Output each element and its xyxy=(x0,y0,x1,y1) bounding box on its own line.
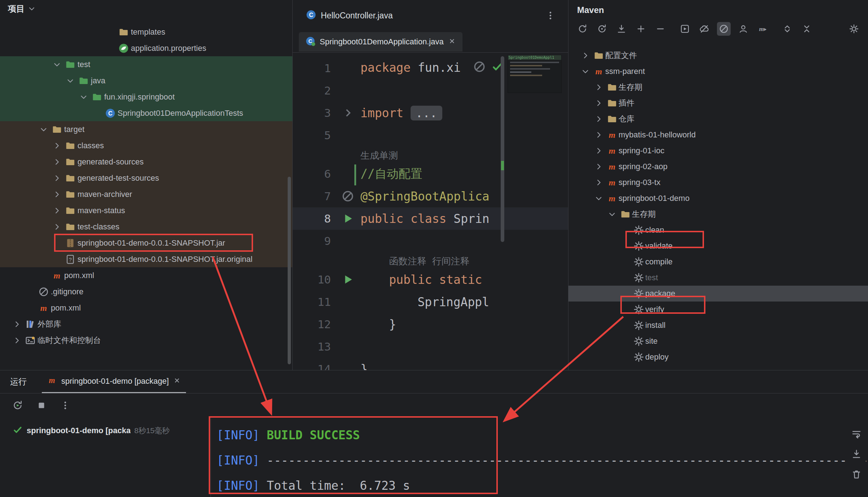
chevron-down-icon[interactable] xyxy=(27,4,36,13)
no-entry-gutter-icon[interactable] xyxy=(335,190,360,203)
chevron-down-icon[interactable] xyxy=(77,90,90,104)
maven-settings[interactable] xyxy=(847,22,861,36)
chevron-right-icon[interactable] xyxy=(50,139,63,152)
maven-item-spring-02-aop[interactable]: mspring-02-aop xyxy=(568,159,868,175)
tree-item-target[interactable]: target xyxy=(0,121,292,137)
editor-scrollbar[interactable] xyxy=(501,56,504,242)
soft-wrap-toggle[interactable] xyxy=(850,427,863,441)
tree-item-maven-status[interactable]: maven-status xyxy=(0,202,292,219)
expand-all[interactable] xyxy=(780,22,794,36)
maven-goal-site[interactable]: site xyxy=(568,333,868,349)
generate-sources-refresh[interactable] xyxy=(595,22,609,36)
maven-item-profiles[interactable]: 配置文件 xyxy=(568,48,868,63)
maven-goal-deploy[interactable]: deploy xyxy=(568,349,868,365)
run-gutter-icon[interactable] xyxy=(335,212,360,225)
maven-item-spring-03-tx[interactable]: mspring-03-tx xyxy=(568,175,868,190)
tree-item-generated-test-sources[interactable]: generated-test-sources xyxy=(0,170,292,186)
maven-goal-test[interactable]: test xyxy=(568,270,868,286)
tree-item-snapshot-jar[interactable]: springboot-01-demo-0.0.1-SNAPSHOT.jar xyxy=(0,235,292,251)
tree-item-package[interactable]: fun.xingji.springboot xyxy=(0,89,292,105)
no-entry-icon[interactable] xyxy=(473,60,486,76)
maven-item-spring-01-ioc[interactable]: mspring-01-ioc xyxy=(568,143,868,159)
chevron-right-icon[interactable] xyxy=(10,334,23,347)
maven-goal-validate[interactable]: validate xyxy=(568,238,868,254)
tree-item-pom-module[interactable]: mpom.xml xyxy=(0,267,292,283)
maven-item-plugins[interactable]: 插件 xyxy=(568,95,868,111)
tree-item-scratches[interactable]: 临时文件和控制台 xyxy=(0,332,292,348)
clear-console[interactable] xyxy=(850,467,863,481)
chevron-right-icon[interactable] xyxy=(592,113,605,126)
chevron-right-icon[interactable] xyxy=(592,176,605,189)
show-profiles[interactable] xyxy=(736,22,750,36)
tree-item-templates[interactable]: templates xyxy=(0,24,292,40)
collapse-all[interactable] xyxy=(800,22,814,36)
tree-item-gitignore[interactable]: .gitignore xyxy=(0,283,292,300)
project-panel-header[interactable]: 项目 xyxy=(0,0,292,17)
toggle-offline-mode[interactable] xyxy=(698,22,711,36)
close-icon[interactable] xyxy=(448,37,456,47)
tree-item-test[interactable]: test xyxy=(0,56,292,72)
console[interactable]: [INFO][INFO] BUILD SUCCESS[INFO] -------… xyxy=(211,417,868,497)
chevron-down-icon[interactable] xyxy=(579,65,592,78)
chevron-down-icon[interactable] xyxy=(37,123,50,136)
tree-item-generated-sources[interactable]: generated-sources xyxy=(0,154,292,170)
maven-item-mybatis-01-helloworld[interactable]: mmybatis-01-helloworld xyxy=(568,127,868,143)
chevron-right-icon[interactable] xyxy=(592,128,605,142)
maven-run-anything[interactable]: m xyxy=(756,22,770,36)
chevron-right-icon[interactable] xyxy=(50,204,63,217)
maven-goal-compile[interactable]: compile xyxy=(568,254,868,270)
run-result-row[interactable]: springboot-01-demo [packa 8秒15毫秒 xyxy=(0,423,211,439)
rerun-button[interactable] xyxy=(11,399,25,412)
chevron-down-icon[interactable] xyxy=(592,192,605,205)
scroll-to-end[interactable] xyxy=(850,447,863,461)
code-area[interactable]: 1package fun.xi23import ...5生成单测6//自动配置7… xyxy=(293,53,568,370)
chevron-right-icon[interactable] xyxy=(50,220,63,233)
chevron-right-icon[interactable] xyxy=(50,188,63,201)
execute-maven-goal[interactable] xyxy=(678,22,692,36)
close-icon[interactable] xyxy=(173,377,181,386)
maven-item-repositories[interactable]: 仓库 xyxy=(568,111,868,127)
maven-item-lifecycle-parent[interactable]: 生存期 xyxy=(568,79,868,95)
run-gutter-icon[interactable] xyxy=(335,273,360,286)
chevron-right-icon[interactable] xyxy=(592,144,605,158)
chevron-right-icon[interactable] xyxy=(579,49,592,62)
chevron-down-icon[interactable] xyxy=(50,58,63,71)
minimap[interactable]: Springboot01DemoAppl1 xyxy=(508,55,562,93)
chevron-right-icon[interactable] xyxy=(592,81,605,94)
chevron-right-icon[interactable] xyxy=(50,171,63,185)
chevron-down-icon[interactable] xyxy=(63,74,77,87)
maven-item-ssm-parent[interactable]: mssm-parent xyxy=(568,63,868,79)
chevron-right-icon[interactable] xyxy=(592,160,605,173)
maven-goal-clean[interactable]: clean xyxy=(568,222,868,238)
remove-maven-project[interactable] xyxy=(654,22,667,36)
maven-goal-install[interactable]: install xyxy=(568,317,868,333)
maven-goal-package[interactable]: package xyxy=(568,286,868,302)
tree-item-classes[interactable]: classes xyxy=(0,137,292,154)
download-sources[interactable] xyxy=(615,22,628,36)
chevron-right-icon[interactable] xyxy=(50,155,63,168)
tree-item-test-classes[interactable]: test-classes xyxy=(0,219,292,235)
add-maven-project[interactable] xyxy=(634,22,648,36)
tree-item-maven-archiver[interactable]: maven-archiver xyxy=(0,186,292,202)
chevron-right-icon[interactable] xyxy=(592,97,605,110)
maven-item-springboot-01-demo[interactable]: mspringboot-01-demo xyxy=(568,190,868,206)
chevron-right-icon[interactable] xyxy=(10,317,23,331)
tree-item-test-class[interactable]: CSpringboot01DemoApplicationTests xyxy=(0,105,292,121)
editor-tab-springboot-application[interactable]: C Springboot01DemoApplication.java xyxy=(299,32,462,52)
maven-item-lifecycle-demo[interactable]: 生存期 xyxy=(568,206,868,222)
tree-item-external-libraries[interactable]: 外部库 xyxy=(0,316,292,332)
tree-item-application-properties[interactable]: application.properties xyxy=(0,40,292,56)
chevron-down-icon[interactable] xyxy=(605,208,619,221)
stop-button[interactable] xyxy=(35,399,48,412)
tree-item-snapshot-jar-original[interactable]: ?springboot-01-demo-0.0.1-SNAPSHOT.jar.o… xyxy=(0,251,292,267)
reload-all-maven-projects[interactable] xyxy=(576,22,589,36)
more-options-icon[interactable] xyxy=(545,10,556,22)
skip-tests-mode[interactable] xyxy=(717,22,731,36)
more-options[interactable] xyxy=(58,399,72,412)
maven-goal-verify[interactable]: verify xyxy=(568,302,868,317)
tree-item-pom-parent[interactable]: mpom.xml xyxy=(0,300,292,316)
tree-item-java[interactable]: java xyxy=(0,72,292,89)
run-tab-springboot-package[interactable]: m springboot-01-demo [package] xyxy=(42,370,186,393)
fold-gutter-icon[interactable] xyxy=(335,106,360,119)
project-scrollbar[interactable] xyxy=(288,177,291,364)
